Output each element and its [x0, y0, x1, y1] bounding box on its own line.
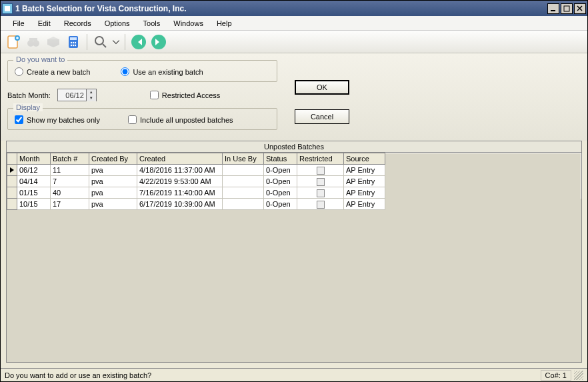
new-icon[interactable]: [5, 33, 22, 51]
cell-createdby[interactable]: pva: [89, 165, 137, 176]
row-header[interactable]: [7, 199, 17, 210]
col-created[interactable]: Created: [137, 153, 223, 165]
cell-month[interactable]: 10/15: [17, 199, 51, 210]
cell-batch[interactable]: 40: [51, 187, 89, 199]
fieldset-display: Display Show my batches only Include all…: [7, 108, 277, 130]
menu-help[interactable]: Help: [210, 17, 239, 29]
checkbox-label: Include all unposted batches: [140, 116, 233, 124]
nav-first-icon[interactable]: [130, 33, 147, 51]
window-title: 1 Batch Selection for Vista Construction…: [15, 4, 547, 13]
resize-grip-icon[interactable]: [574, 371, 583, 380]
calculator-icon[interactable]: [65, 33, 82, 51]
radio-create-new[interactable]: Create a new batch: [15, 67, 90, 76]
check-show-mine[interactable]: Show my batches only: [15, 115, 100, 124]
menu-file[interactable]: File: [6, 17, 31, 29]
cell-status[interactable]: 0-Open: [264, 165, 297, 176]
nav-last-icon[interactable]: [150, 33, 167, 51]
cell-restricted[interactable]: [297, 165, 344, 176]
cell-created[interactable]: 4/18/2016 11:37:00 AM: [137, 165, 223, 176]
cell-batch[interactable]: 11: [51, 165, 89, 176]
cell-restricted[interactable]: [297, 187, 344, 199]
row-header[interactable]: [7, 165, 17, 176]
col-month[interactable]: Month: [17, 153, 51, 165]
statusbar: Do you want to add or use an existing ba…: [1, 368, 587, 381]
cell-createdby[interactable]: pva: [89, 199, 137, 210]
menu-tools[interactable]: Tools: [137, 17, 167, 29]
cell-source[interactable]: AP Entry: [344, 199, 385, 210]
radio-create-new-input[interactable]: [15, 67, 23, 76]
svg-point-12: [73, 41, 74, 43]
restricted-checkbox[interactable]: [150, 91, 159, 99]
app-icon: [2, 3, 13, 14]
cell-inuse[interactable]: [223, 187, 264, 199]
col-source[interactable]: Source: [344, 153, 385, 165]
dropdown-arrow-icon[interactable]: [112, 33, 120, 51]
menu-options[interactable]: Options: [98, 17, 137, 29]
show-mine-checkbox[interactable]: [15, 115, 23, 124]
checkbox-label: Show my batches only: [27, 116, 100, 124]
cell-created[interactable]: 4/22/2019 9:53:00 AM: [137, 176, 223, 187]
col-batch[interactable]: Batch #: [51, 153, 89, 165]
maximize-button[interactable]: [561, 3, 573, 14]
batch-month-input[interactable]: [58, 91, 86, 99]
table-row[interactable]: 04/147pva4/22/2019 9:53:00 AM0-OpenAP En…: [7, 176, 581, 187]
include-all-checkbox[interactable]: [128, 115, 137, 124]
spin-up-icon[interactable]: ▲: [87, 89, 96, 95]
menu-windows[interactable]: Windows: [167, 17, 210, 29]
table-row[interactable]: 06/1211pva4/18/2016 11:37:00 AM0-OpenAP …: [7, 165, 581, 176]
cancel-button[interactable]: Cancel: [295, 109, 349, 124]
col-inuse[interactable]: In Use By: [223, 153, 264, 165]
grid-table[interactable]: Month Batch # Created By Created In Use …: [7, 153, 581, 210]
svg-point-14: [71, 44, 72, 45]
svg-rect-8: [29, 38, 37, 41]
col-restricted[interactable]: Restricted: [297, 153, 344, 165]
cell-createdby[interactable]: pva: [89, 176, 137, 187]
svg-point-7: [33, 40, 39, 47]
row-header[interactable]: [7, 187, 17, 199]
row-header-corner[interactable]: [7, 153, 17, 165]
checkbox-label: Restricted Access: [162, 91, 220, 99]
cell-restricted[interactable]: [297, 199, 344, 210]
cell-inuse[interactable]: [223, 165, 264, 176]
cell-source[interactable]: AP Entry: [344, 176, 385, 187]
svg-rect-1: [564, 6, 569, 11]
box-icon[interactable]: [45, 33, 62, 51]
cell-created[interactable]: 6/17/2019 10:39:00 AM: [137, 199, 223, 210]
cell-source[interactable]: AP Entry: [344, 187, 385, 199]
check-include-all[interactable]: Include all unposted batches: [128, 115, 233, 124]
radio-use-existing[interactable]: Use an existing batch: [121, 67, 203, 76]
minimize-button[interactable]: [547, 3, 559, 14]
cell-status[interactable]: 0-Open: [264, 176, 297, 187]
cell-inuse[interactable]: [223, 176, 264, 187]
cell-batch[interactable]: 17: [51, 199, 89, 210]
col-status[interactable]: Status: [264, 153, 297, 165]
col-createdby[interactable]: Created By: [89, 153, 137, 165]
binoculars-icon[interactable]: [25, 33, 42, 51]
close-button[interactable]: [574, 3, 586, 14]
row-header[interactable]: [7, 176, 17, 187]
cell-createdby[interactable]: pva: [89, 187, 137, 199]
cell-month[interactable]: 06/12: [17, 165, 51, 176]
table-row[interactable]: 10/1517pva6/17/2019 10:39:00 AM0-OpenAP …: [7, 199, 581, 210]
cell-batch[interactable]: 7: [51, 176, 89, 187]
cell-created[interactable]: 7/16/2019 11:40:00 AM: [137, 187, 223, 199]
table-row[interactable]: 01/1540pva7/16/2019 11:40:00 AM0-OpenAP …: [7, 187, 581, 199]
cell-restricted[interactable]: [297, 176, 344, 187]
menu-records[interactable]: Records: [57, 17, 98, 29]
spin-down-icon[interactable]: ▼: [87, 95, 96, 101]
radio-label: Create a new batch: [27, 68, 90, 76]
ok-button[interactable]: OK: [295, 80, 349, 95]
cell-inuse[interactable]: [223, 199, 264, 210]
magnifier-icon[interactable]: [92, 33, 109, 51]
cell-status[interactable]: 0-Open: [264, 199, 297, 210]
cell-source[interactable]: AP Entry: [344, 165, 385, 176]
cell-month[interactable]: 04/14: [17, 176, 51, 187]
batch-month-spinner[interactable]: ▲ ▼: [57, 89, 97, 101]
svg-point-11: [71, 41, 72, 43]
cell-month[interactable]: 01/15: [17, 187, 51, 199]
menu-edit[interactable]: Edit: [31, 17, 57, 29]
check-restricted-access[interactable]: Restricted Access: [150, 91, 220, 99]
radio-use-existing-input[interactable]: [121, 67, 129, 76]
svg-point-17: [95, 37, 103, 45]
cell-status[interactable]: 0-Open: [264, 187, 297, 199]
